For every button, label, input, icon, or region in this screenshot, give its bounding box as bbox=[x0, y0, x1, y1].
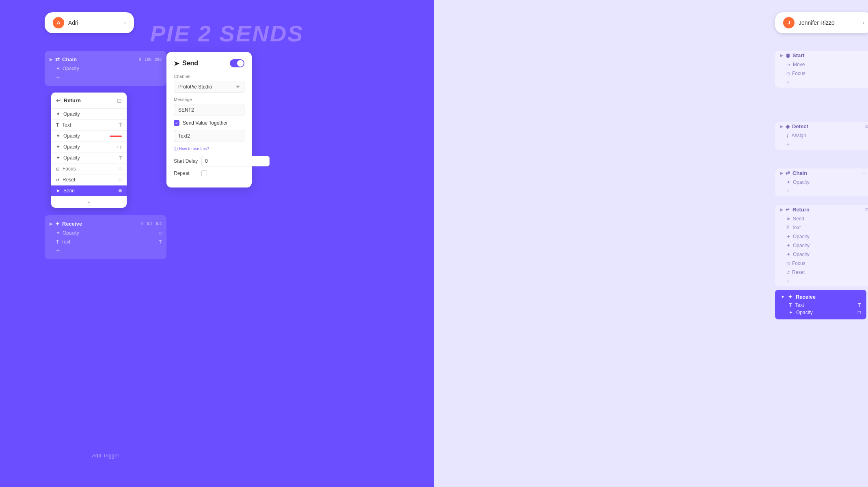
return-add-btn-right[interactable]: + bbox=[775, 277, 868, 287]
opacity-icon-r4: ✦ bbox=[56, 155, 60, 161]
return-row-opacity2[interactable]: ✦ Opacity bbox=[51, 131, 127, 142]
receive-opacity-row-highlight: ✦ Opacity □ bbox=[781, 310, 861, 315]
start-label: Start bbox=[792, 52, 805, 58]
return-label-right: Return bbox=[792, 207, 810, 213]
hint-link[interactable]: ⓘ How to use this? bbox=[174, 146, 244, 152]
opacity-icon-ret3: ✦ bbox=[786, 252, 790, 257]
start-delay-row: Start Delay bbox=[174, 156, 244, 166]
start-focus-row: ⊡ Focus ⊡ bbox=[775, 69, 868, 78]
receive-highlight-label: Receive bbox=[796, 294, 816, 300]
send-title-label: Send bbox=[182, 60, 198, 67]
start-delay-input[interactable] bbox=[201, 156, 270, 166]
move-icon: ⇢ bbox=[786, 62, 790, 67]
receive-text-row: T Text T bbox=[45, 237, 166, 246]
receive-bottom-header: ▶ ✦ Receive 0 0.2 0.4 bbox=[45, 219, 166, 228]
plus-badge: + ε bbox=[117, 145, 122, 149]
detect-add-btn[interactable]: + bbox=[775, 140, 868, 150]
chain-collapse-icon: ▶ bbox=[50, 57, 53, 62]
receive-add-btn[interactable]: + bbox=[45, 246, 166, 255]
return-panel-left: ↵ Return ⊡ ✦ Opacity ○ T Text T ✦ Opacit… bbox=[51, 93, 127, 208]
chain-trigger-panel: ▶ ⇄ Chain 0 100 200 ✦ Opacity + bbox=[45, 51, 166, 86]
receive-bottom-label: Receive bbox=[62, 221, 82, 227]
send-toggle[interactable] bbox=[230, 59, 244, 67]
opacity-icon-recv: ✦ bbox=[56, 230, 60, 236]
message-input[interactable] bbox=[174, 104, 244, 116]
detect-panel-right: ▶ ◈ Detect ⊡ 0 0.2 0.4 ƒ Assign ⊠ + bbox=[775, 122, 868, 150]
return-row-send[interactable]: ➤ Send bbox=[51, 185, 127, 196]
chain-add-btn-right[interactable]: + bbox=[775, 187, 868, 196]
return-label: Return bbox=[64, 97, 114, 103]
reset-icon-r: ↺ bbox=[56, 178, 59, 182]
repeat-checkbox[interactable] bbox=[201, 170, 207, 176]
user-name-right: Jennifer Rizzo bbox=[799, 19, 858, 26]
detect-assign-row: ƒ Assign ⊠ bbox=[775, 131, 868, 140]
return-header: ↵ Return ⊡ bbox=[51, 93, 127, 109]
opacity-icon-r3: ✦ bbox=[56, 144, 60, 150]
opacity-icon-ret2: ✦ bbox=[786, 243, 790, 248]
focus-icon-r: ⊡ bbox=[56, 167, 59, 171]
reset-icon-return-right: ↺ bbox=[786, 270, 790, 275]
return-row-opacity3[interactable]: ✦ Opacity + ε bbox=[51, 142, 127, 153]
return-opacity2-right: ✦ Opacity Mx bbox=[775, 241, 868, 250]
send-icon-right: ➤ bbox=[786, 216, 790, 222]
left-title: PIE 2 SENDS bbox=[150, 20, 304, 47]
receive-text-row-highlight: T Text T bbox=[781, 302, 861, 308]
start-icon: ◉ bbox=[786, 52, 790, 58]
chain-header: ▶ ⇄ Chain 0 100 200 bbox=[45, 55, 166, 64]
receive-highlight-header: ▼ ✦ Receive bbox=[781, 294, 861, 300]
chain-values: 0 100 200 bbox=[139, 57, 162, 62]
detect-collapse: ▶ bbox=[780, 124, 783, 129]
send-dot bbox=[119, 189, 122, 192]
return-header-right: ▶ ↵ Return ⊡ 0 0.5 0.8 bbox=[775, 205, 868, 214]
send-value-together-row: ✓ Send Value Together bbox=[174, 120, 244, 126]
opacity-label-highlight: Opacity bbox=[796, 310, 813, 315]
opacity-box-highlight: □ bbox=[858, 310, 861, 315]
opacity-icon-chain: ✦ bbox=[56, 66, 60, 71]
return-collapse-right: ▶ bbox=[780, 207, 783, 212]
return-close-icon[interactable]: ⊡ bbox=[117, 97, 122, 104]
return-reset-right: ↺ Reset ⊡ bbox=[775, 268, 868, 277]
send-value-label: Send Value Together bbox=[183, 120, 228, 126]
opacity-value-recv: □ bbox=[159, 231, 162, 235]
chain-link-icon: ⇄ bbox=[55, 56, 60, 62]
send-icon-r: ➤ bbox=[56, 188, 60, 194]
return-add-btn[interactable]: + bbox=[51, 196, 127, 208]
chain-opacity-row: ✦ Opacity bbox=[45, 64, 166, 73]
send-panel-header: ➤ Send bbox=[174, 59, 244, 67]
repeat-label: Repeat bbox=[174, 170, 198, 176]
receive-star-icon: ✦ bbox=[55, 221, 60, 227]
receive-highlight-collapse: ▼ bbox=[781, 295, 785, 299]
receive-collapse-icon: ▶ bbox=[50, 222, 53, 226]
receive-highlight-icon: ✦ bbox=[788, 294, 792, 300]
start-header: ▶ ◉ Start × 0.5 0.4 bbox=[775, 51, 868, 60]
opacity-indicator-r1: ○ bbox=[119, 112, 122, 116]
focus-icon-return-right: ⊡ bbox=[786, 261, 790, 266]
chain-panel-right: ▶ ⇄ Chain — 0 100 200 ✦ Opacity 🗑 + bbox=[775, 168, 868, 196]
chain-add-btn[interactable]: + bbox=[45, 73, 166, 82]
detect-label: Detect bbox=[792, 123, 808, 129]
text2-input[interactable] bbox=[174, 130, 244, 142]
start-panel-right: ▶ ◉ Start × 0.5 0.4 ⇢ Move 200 1000 ⊡ Fo… bbox=[775, 51, 868, 88]
text-label-highlight: Text bbox=[795, 302, 804, 308]
add-trigger-btn[interactable]: Add Trigger bbox=[45, 448, 166, 463]
return-row-reset[interactable]: ↺ Reset ⊡ bbox=[51, 175, 127, 185]
return-row-opacity4[interactable]: ✦ Opacity T bbox=[51, 153, 127, 164]
return-row-focus[interactable]: ⊡ Focus ⊡ bbox=[51, 164, 127, 175]
text-value-recv: T bbox=[159, 240, 162, 244]
chain-header-right: ▶ ⇄ Chain — 0 100 200 bbox=[775, 168, 868, 178]
channel-label: Channel bbox=[174, 74, 244, 79]
receive-highlight-panel: ▼ ✦ Receive T Text T ✦ Opacity □ bbox=[775, 290, 866, 319]
send-value-checkbox[interactable]: ✓ bbox=[174, 120, 179, 126]
user-name-left: Adri bbox=[68, 19, 120, 26]
text-icon-return-right: T bbox=[786, 225, 789, 231]
opacity-icon-r2: ✦ bbox=[56, 133, 60, 139]
return-panel-right: ▶ ↵ Return ⊡ 0 0.5 0.8 ➤ Send T Text T ✦… bbox=[775, 205, 868, 287]
receive-opacity-row: ✦ Opacity □ bbox=[45, 228, 166, 237]
start-add-btn[interactable]: + bbox=[775, 78, 868, 88]
return-row-opacity1[interactable]: ✦ Opacity ○ bbox=[51, 109, 127, 120]
return-text-right: T Text T bbox=[775, 223, 868, 232]
return-row-text[interactable]: T Text T bbox=[51, 120, 127, 131]
channel-select[interactable]: ProtoPie Studio bbox=[174, 81, 244, 93]
text-T-highlight: T bbox=[858, 302, 861, 308]
return-opacity3-right: ✦ Opacity T bbox=[775, 250, 868, 259]
